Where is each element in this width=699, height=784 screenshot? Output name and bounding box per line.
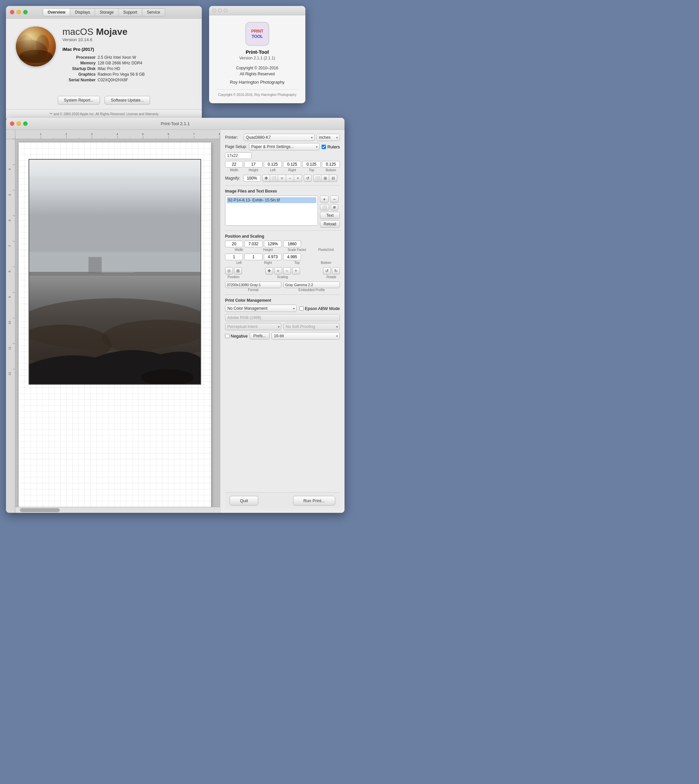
svg-text:12: 12 — [8, 372, 11, 375]
units-select[interactable]: inches — [316, 134, 340, 141]
quit-button[interactable]: Quit — [230, 496, 258, 506]
page-size-input[interactable] — [225, 152, 252, 159]
position-center-icon[interactable]: ⊙ — [225, 267, 233, 275]
add-file-button[interactable]: + — [320, 196, 329, 203]
copy-file-button[interactable]: ⬜ — [320, 204, 329, 211]
top-input[interactable] — [302, 161, 320, 167]
magnify-page-icon[interactable]: ⬜ — [270, 175, 278, 182]
bit-depth-select[interactable]: 16-bit — [272, 332, 340, 340]
ptm-maximize[interactable] — [23, 121, 28, 126]
pos-scale-input[interactable] — [264, 240, 282, 247]
svg-point-2 — [18, 35, 34, 58]
single-view-icon[interactable]: ⬜ — [313, 175, 321, 182]
height-input[interactable] — [244, 161, 262, 167]
pos-right-input[interactable] — [244, 254, 262, 260]
pos-top-input[interactable] — [264, 254, 282, 260]
pos-height-input[interactable] — [244, 240, 262, 247]
tab-storage[interactable]: Storage — [95, 8, 119, 16]
delete-file-button[interactable]: ⊗ — [331, 204, 338, 211]
format-value[interactable]: 37200x13080 Gray:1 — [225, 282, 282, 288]
adobe-rgb-select[interactable]: Adobe RGB (1998) — [225, 314, 340, 321]
left-input[interactable] — [264, 161, 282, 167]
print-tool-copyright: Copyright © 2010–2016All Rights Reserved — [216, 65, 299, 77]
horizontal-scrollbar[interactable] — [15, 507, 220, 513]
detail-view-icon[interactable]: ⊟ — [329, 175, 337, 182]
negative-bit-row: Negative Prefs... 16-bit — [225, 332, 340, 340]
page-setup-select[interactable]: Paper & Print Settings... — [249, 143, 320, 150]
pta-maximize[interactable] — [224, 8, 227, 12]
canvas-scroll[interactable] — [15, 139, 220, 507]
scrollbar-thumb[interactable] — [20, 508, 60, 512]
psr-controls: ⊙ ⊞ Position ✥ = − + — [225, 267, 340, 279]
magnify-input[interactable] — [243, 175, 260, 182]
perceptual-wrapper: Perceptual Intent — [225, 323, 282, 330]
file-list-box[interactable]: 92-P14-8.13- Exhib- 15.5in.tif — [225, 196, 318, 226]
page-setup-wrapper: Paper & Print Settings... — [249, 143, 320, 150]
pos-pixels-label: Pixels/Unit — [312, 248, 340, 252]
scale-equals-icon[interactable]: = — [274, 267, 282, 275]
pta-minimize[interactable] — [218, 8, 222, 12]
pos-bottom-label: Bottom — [312, 261, 340, 265]
reload-button[interactable]: Reload — [320, 220, 340, 228]
file-add-remove: + − — [320, 196, 340, 203]
bottom-input[interactable] — [322, 161, 340, 167]
rotate-cw-icon[interactable]: ↻ — [332, 267, 340, 275]
pos-right-label: Right — [254, 261, 282, 265]
format-profile-row: 37200x13080 Gray:1 Format Gray Gamma 2.2… — [225, 282, 340, 292]
tab-overview[interactable]: Overview — [43, 8, 70, 16]
svg-text:5: 5 — [8, 194, 11, 196]
text-button[interactable]: Text — [320, 212, 340, 219]
run-print-button[interactable]: Run Print... — [293, 496, 335, 506]
tab-support[interactable]: Support — [119, 8, 142, 16]
printer-select[interactable]: Quad3880-K7 — [243, 134, 315, 141]
scale-move-icon[interactable]: ✥ — [265, 267, 273, 275]
file-list-item[interactable]: 92-P14-8.13- Exhib- 15.5in.tif — [227, 197, 316, 203]
pos-pixels-cell — [283, 240, 301, 247]
software-update-button[interactable]: Software Update... — [104, 96, 150, 104]
pos-width-input[interactable] — [225, 240, 243, 247]
pta-close[interactable] — [212, 8, 216, 12]
right-input[interactable] — [283, 161, 301, 167]
perceptual-intent-select[interactable]: Perceptual Intent — [225, 323, 282, 330]
scale-plus-icon[interactable]: + — [292, 267, 300, 275]
width-input[interactable] — [225, 161, 243, 167]
close-button[interactable] — [10, 10, 14, 14]
svg-rect-61 — [89, 257, 102, 273]
rulers-checkbox[interactable] — [321, 145, 326, 149]
prefs-button[interactable]: Prefs... — [250, 332, 270, 340]
pos-left-input[interactable] — [225, 254, 243, 260]
epson-abw-checkbox[interactable] — [300, 307, 304, 311]
position-align-icon[interactable]: ⊞ — [234, 267, 242, 275]
pos-pixels-input[interactable] — [283, 240, 301, 247]
rotate-ccw-icon[interactable]: ↺ — [323, 267, 331, 275]
negative-checkbox[interactable] — [225, 334, 229, 338]
ptm-close[interactable] — [10, 121, 14, 126]
pos-bottom-input[interactable] — [283, 254, 301, 260]
svg-point-5 — [19, 50, 53, 63]
ptm-minimize[interactable] — [17, 121, 21, 126]
svg-text:3: 3 — [91, 133, 93, 136]
profile-value[interactable]: Gray Gamma 2.2 — [283, 282, 340, 288]
remove-file-button[interactable]: − — [330, 196, 338, 203]
ptm-titlebar: Print-Tool 2.1.1 — [6, 118, 345, 130]
magnify-move-icon[interactable]: ✥ — [262, 175, 270, 182]
canvas-area[interactable]: 1 2 3 4 5 6 7 8 — [6, 130, 220, 513]
minimize-button[interactable] — [17, 10, 21, 14]
tab-service[interactable]: Service — [142, 8, 165, 16]
processor-label: Processor — [62, 55, 96, 60]
magnify-equals-icon[interactable]: = — [278, 175, 286, 182]
scale-minus-icon[interactable]: − — [283, 267, 291, 275]
soft-proofing-select[interactable]: No Soft Proofing — [283, 323, 340, 330]
color-mode-select[interactable]: No Color Management — [225, 305, 297, 312]
maximize-button[interactable] — [23, 10, 28, 14]
magnify-plus-icon[interactable]: + — [294, 175, 302, 182]
system-report-button[interactable]: System Report... — [58, 96, 100, 104]
refresh-icon[interactable]: ↺ — [304, 175, 311, 182]
svg-text:6: 6 — [167, 133, 169, 136]
grid-view-icon[interactable]: ⊞ — [321, 175, 329, 182]
tab-displays[interactable]: Displays — [70, 8, 95, 16]
width-dim-label: Width — [225, 168, 243, 172]
magnify-row: Magnify: ✥ ⬜ = − + ↺ ⬜ ⊞ — [225, 175, 340, 182]
magnify-minus-icon[interactable]: − — [286, 175, 294, 182]
printer-label: Printer: — [225, 135, 242, 140]
